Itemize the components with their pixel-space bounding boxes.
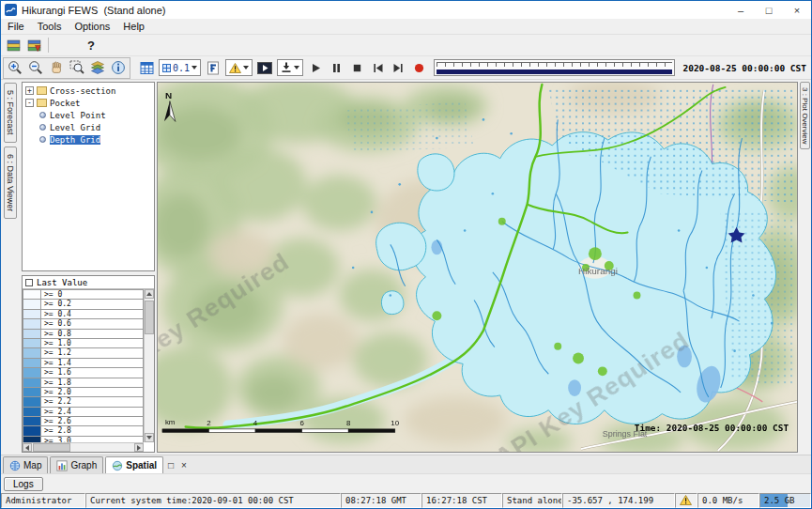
map-view[interactable]: API Key Required API Key Required Hikura…	[157, 82, 798, 453]
maximize-icon[interactable]: □	[755, 1, 783, 19]
tab-spatial[interactable]: Spatial	[105, 456, 163, 473]
scroll-right-icon[interactable]	[134, 443, 144, 452]
stop-icon	[351, 62, 363, 74]
status-text: 0.0 MB/s	[702, 496, 743, 505]
globe-icon	[9, 460, 21, 471]
menu-item-tools[interactable]: Tools	[31, 20, 69, 33]
legend-swatch	[23, 310, 41, 319]
tree-item-pocket[interactable]: -Pocket	[23, 97, 154, 109]
grid-display-button[interactable]	[136, 58, 157, 78]
bottom-tab-bar: MapGraphSpatial□×	[1, 455, 811, 473]
legend-horizontal-scrollbar[interactable]	[23, 442, 144, 452]
legend-label: >= 2.0	[41, 388, 144, 397]
scroll-thumb[interactable]	[33, 443, 70, 452]
scroll-down-icon[interactable]	[145, 433, 154, 442]
profile-chart-button[interactable]	[203, 58, 223, 78]
export-data-button[interactable]	[23, 36, 44, 55]
pause-button[interactable]	[326, 58, 346, 78]
tree-item-level-point[interactable]: Level Point	[23, 109, 154, 121]
window-controls: – □ ×	[727, 1, 811, 19]
legend-swatch	[23, 397, 41, 407]
app-window: Hikurangi FEWS (Stand alone) – □ × FileT…	[0, 0, 812, 509]
export-animation-button[interactable]	[277, 59, 303, 76]
record-button[interactable]	[408, 58, 429, 78]
chevron-down-icon	[294, 66, 299, 69]
step-forward-button[interactable]	[388, 58, 408, 78]
help-button[interactable]: ?	[81, 36, 101, 55]
grid-scale-combo[interactable]: 0.1	[159, 59, 201, 76]
tab-label: Spatial	[126, 460, 157, 470]
map-icon	[112, 460, 123, 471]
zoom-region-button[interactable]	[67, 58, 87, 78]
last-value-checkbox[interactable]	[25, 279, 33, 286]
tree-item-cross-section[interactable]: +Cross-section	[23, 85, 154, 97]
legend-row: >= 1.6	[23, 368, 144, 378]
minimize-icon[interactable]: –	[727, 1, 755, 19]
legend-label: >= 0	[41, 290, 144, 300]
tab-map[interactable]: Map	[3, 456, 48, 473]
menu-item-options[interactable]: Options	[68, 20, 116, 33]
play-button[interactable]	[305, 58, 326, 78]
scale-unit-label: km	[165, 418, 176, 426]
logs-button[interactable]: Logs	[4, 477, 43, 491]
node-icon	[39, 112, 46, 118]
tab-graph[interactable]: Graph	[50, 456, 103, 473]
content-area: 5 : Forecast6 : Data Viewer +Cross-secti…	[1, 80, 811, 455]
warning-icon	[229, 63, 241, 73]
scroll-thumb[interactable]	[145, 301, 154, 334]
legend-label: >= 0.8	[41, 330, 144, 339]
tree-expander-icon[interactable]: +	[25, 86, 34, 95]
status-alerts	[675, 493, 697, 508]
grid-scale-icon	[162, 64, 171, 72]
step-back-button[interactable]	[367, 58, 388, 78]
tab-label: Map	[23, 460, 41, 470]
tree-item-depth-grid[interactable]: Depth Grid	[23, 133, 154, 146]
tree-item-label: Pocket	[50, 99, 81, 108]
chart-icon	[56, 460, 68, 471]
scroll-up-icon[interactable]	[145, 289, 154, 299]
import-data-button[interactable]	[3, 36, 23, 55]
zoom-in-button[interactable]	[5, 58, 25, 78]
scroll-left-icon[interactable]	[23, 443, 32, 452]
folder-icon	[37, 86, 47, 95]
legend-swatch	[23, 408, 41, 417]
legend-label: >= 1.6	[41, 368, 144, 378]
panel-maximize-icon[interactable]: □	[165, 460, 176, 470]
time-slider[interactable]	[434, 59, 675, 76]
tree-item-level-grid[interactable]: Level Grid	[23, 121, 154, 133]
pan-button[interactable]	[46, 58, 67, 78]
table-import-icon	[7, 39, 21, 53]
legend-row: >= 2.0	[23, 388, 144, 397]
legend-label: >= 0.6	[41, 319, 144, 329]
menu-item-file[interactable]: File	[1, 20, 31, 33]
media-panel-icon	[257, 62, 272, 74]
info-button[interactable]	[108, 58, 129, 78]
legend-row: >= 1.4	[23, 359, 144, 368]
legend-label: >= 1.8	[41, 378, 144, 388]
zoom-region-icon	[69, 60, 84, 75]
panel-close-icon[interactable]: ×	[178, 460, 190, 470]
tree-expander-icon[interactable]: -	[25, 99, 34, 107]
animation-panel-button[interactable]	[254, 58, 275, 78]
logs-row: Logs	[1, 473, 811, 493]
zoom-in-icon	[8, 60, 23, 75]
left-tab-6-data-viewer[interactable]: 6 : Data Viewer	[4, 147, 17, 219]
status-cst-time: 16:27:18 CST	[421, 493, 502, 508]
warning-filter-combo[interactable]	[225, 59, 253, 76]
legend-row: >= 0.2	[23, 300, 144, 309]
zoom-out-button[interactable]	[25, 58, 46, 78]
legend-label: >= 1.4	[41, 359, 144, 368]
time-slider-range[interactable]	[437, 69, 672, 74]
status-text: 08:27:18 GMT	[345, 496, 406, 505]
tree-item-label: Level Grid	[50, 123, 100, 132]
stop-button[interactable]	[346, 58, 367, 78]
right-tab-3-plot-overview[interactable]: 3 : Plot Overview	[800, 82, 810, 149]
legend-swatch	[23, 300, 41, 309]
legend-vertical-scrollbar[interactable]	[144, 289, 154, 442]
left-tab-5-forecast[interactable]: 5 : Forecast	[4, 83, 17, 143]
svg-text:8: 8	[346, 419, 351, 427]
layers-button[interactable]	[87, 58, 108, 78]
close-icon[interactable]: ×	[783, 1, 811, 19]
menu-item-help[interactable]: Help	[116, 20, 151, 33]
legend-label: >= 0.4	[41, 310, 144, 319]
